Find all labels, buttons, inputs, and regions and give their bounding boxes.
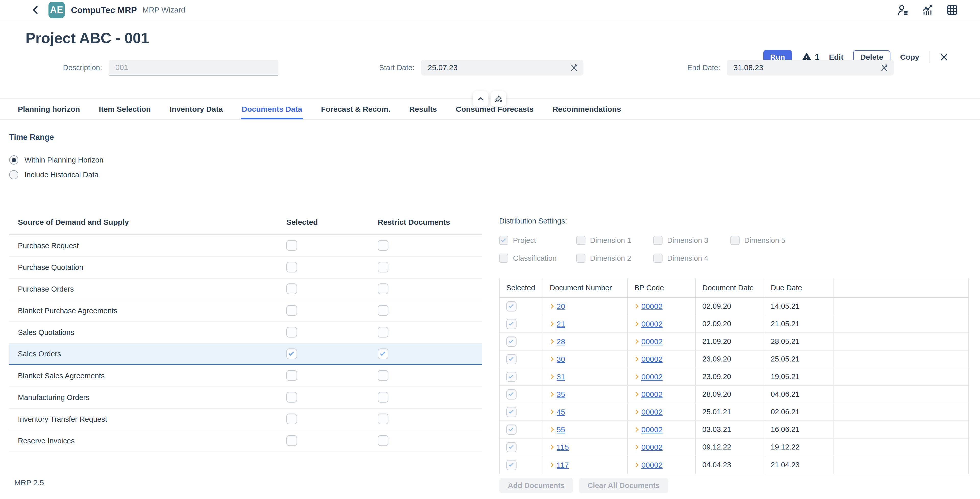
- selected-checkbox[interactable]: [506, 424, 517, 435]
- source-row-sales-quotations[interactable]: Sales Quotations: [9, 322, 482, 344]
- restrict-documents-checkbox[interactable]: [378, 327, 388, 337]
- start-date-input[interactable]: [421, 63, 569, 72]
- tab-forecast-recom[interactable]: Forecast & Recom.: [321, 99, 390, 119]
- distribution-option-project[interactable]: Project: [499, 236, 576, 245]
- selected-checkbox[interactable]: [506, 407, 517, 417]
- tab-planning-horizon[interactable]: Planning horizon: [18, 99, 80, 119]
- source-row-purchase-request[interactable]: Purchase Request: [9, 235, 482, 257]
- document-number-link[interactable]: 20: [557, 302, 565, 311]
- checkbox[interactable]: [653, 236, 662, 245]
- tab-inventory-data[interactable]: Inventory Data: [170, 99, 223, 119]
- selected-checkbox[interactable]: [506, 301, 517, 311]
- distribution-option-dimension-2[interactable]: Dimension 2: [576, 254, 653, 263]
- source-row-blanket-sales-agreements[interactable]: Blanket Sales Agreements: [9, 366, 482, 387]
- bp-code-link[interactable]: 00002: [641, 425, 662, 434]
- end-date-input[interactable]: [727, 63, 880, 72]
- selected-checkbox[interactable]: [286, 413, 297, 424]
- selected-checkbox[interactable]: [506, 389, 517, 399]
- document-row[interactable]: 1150000209.12.2219.12.22: [500, 439, 968, 456]
- distribution-option-dimension-1[interactable]: Dimension 1: [576, 236, 653, 245]
- document-row[interactable]: 1170000204.04.2321.04.23: [500, 456, 968, 474]
- checkbox[interactable]: [730, 236, 740, 245]
- selected-checkbox[interactable]: [286, 370, 297, 381]
- bp-code-link[interactable]: 00002: [641, 372, 662, 381]
- description-input[interactable]: [109, 63, 278, 72]
- document-row[interactable]: 280000221.09.2028.05.21: [500, 333, 968, 351]
- document-row[interactable]: 200000202.09.2014.05.21: [500, 298, 968, 315]
- bp-code-link[interactable]: 00002: [641, 390, 662, 399]
- document-number-link[interactable]: 115: [557, 443, 569, 451]
- date-picker-icon[interactable]: [880, 62, 890, 73]
- radio-option-within-planning-horizon[interactable]: Within Planning Horizon: [9, 153, 980, 167]
- clear-all-documents-button[interactable]: Clear All Documents: [579, 478, 668, 493]
- selected-checkbox[interactable]: [506, 442, 517, 452]
- grid-icon[interactable]: [946, 4, 958, 16]
- bp-code-link[interactable]: 00002: [641, 443, 662, 451]
- selected-checkbox[interactable]: [506, 460, 517, 470]
- collapse-header-icon[interactable]: [473, 91, 488, 107]
- checkbox[interactable]: [576, 254, 585, 263]
- document-row[interactable]: 310000223.09.2019.05.21: [500, 368, 968, 386]
- restrict-documents-checkbox[interactable]: [378, 370, 388, 381]
- bp-code-link[interactable]: 00002: [641, 302, 662, 311]
- bp-code-link[interactable]: 00002: [641, 408, 662, 416]
- selected-checkbox[interactable]: [286, 262, 297, 272]
- radio-option-include-historical-data[interactable]: Include Historical Data: [9, 167, 980, 182]
- restrict-documents-checkbox[interactable]: [378, 240, 388, 251]
- document-row[interactable]: 450000225.01.2102.06.21: [500, 403, 968, 421]
- distribution-option-dimension-5[interactable]: Dimension 5: [730, 236, 808, 245]
- source-row-blanket-purchase-agreements[interactable]: Blanket Purchase Agreements: [9, 300, 482, 322]
- document-row[interactable]: 300000223.09.2025.05.21: [500, 351, 968, 368]
- distribution-option-dimension-3[interactable]: Dimension 3: [653, 236, 730, 245]
- user-details-icon[interactable]: [897, 4, 909, 16]
- restrict-documents-checkbox[interactable]: [378, 283, 388, 294]
- unpin-header-icon[interactable]: [490, 91, 506, 107]
- restrict-documents-checkbox[interactable]: [378, 435, 388, 446]
- checkbox[interactable]: [576, 236, 585, 245]
- source-row-purchase-quotation[interactable]: Purchase Quotation: [9, 257, 482, 278]
- restrict-documents-checkbox[interactable]: [378, 413, 388, 424]
- tab-item-selection[interactable]: Item Selection: [99, 99, 151, 119]
- checkbox[interactable]: [499, 254, 508, 263]
- selected-checkbox[interactable]: [286, 305, 297, 316]
- document-row[interactable]: 210000202.09.2021.05.21: [500, 315, 968, 333]
- selected-checkbox[interactable]: [506, 337, 517, 347]
- bp-code-link[interactable]: 00002: [641, 461, 662, 469]
- restrict-documents-checkbox[interactable]: [378, 305, 388, 316]
- selected-checkbox[interactable]: [286, 392, 297, 402]
- restrict-documents-checkbox[interactable]: [378, 262, 388, 272]
- tab-recommendations[interactable]: Recommendations: [552, 99, 621, 119]
- document-number-link[interactable]: 45: [557, 408, 565, 416]
- document-number-link[interactable]: 35: [557, 390, 565, 399]
- checkbox[interactable]: [499, 236, 508, 245]
- date-picker-icon[interactable]: [569, 62, 579, 73]
- bp-code-link[interactable]: 00002: [641, 355, 662, 364]
- selected-checkbox[interactable]: [286, 348, 297, 359]
- distribution-option-dimension-4[interactable]: Dimension 4: [653, 254, 730, 263]
- source-row-reserve-invoices[interactable]: Reserve Invoices: [9, 431, 482, 452]
- selected-checkbox[interactable]: [506, 372, 517, 382]
- tab-documents-data[interactable]: Documents Data: [242, 99, 302, 119]
- selected-checkbox[interactable]: [286, 327, 297, 337]
- source-row-inventory-transfer-request[interactable]: Inventory Transfer Request: [9, 409, 482, 431]
- add-documents-button[interactable]: Add Documents: [499, 478, 573, 493]
- document-row[interactable]: 550000203.03.2116.06.21: [500, 421, 968, 439]
- restrict-documents-checkbox[interactable]: [378, 348, 388, 359]
- source-row-sales-orders[interactable]: Sales Orders: [9, 344, 482, 366]
- bp-code-link[interactable]: 00002: [641, 337, 662, 346]
- checkbox[interactable]: [653, 254, 662, 263]
- radio-icon[interactable]: [9, 155, 18, 165]
- selected-checkbox[interactable]: [286, 435, 297, 446]
- selected-checkbox[interactable]: [286, 240, 297, 251]
- document-row[interactable]: 350000228.09.2004.06.21: [500, 386, 968, 403]
- bp-code-link[interactable]: 00002: [641, 319, 662, 328]
- source-row-purchase-orders[interactable]: Purchase Orders: [9, 278, 482, 300]
- selected-checkbox[interactable]: [286, 283, 297, 294]
- restrict-documents-checkbox[interactable]: [378, 392, 388, 402]
- selected-checkbox[interactable]: [506, 319, 517, 329]
- document-number-link[interactable]: 28: [557, 337, 565, 346]
- document-number-link[interactable]: 31: [557, 372, 565, 381]
- analytics-icon[interactable]: [922, 4, 934, 16]
- selected-checkbox[interactable]: [506, 354, 517, 364]
- document-number-link[interactable]: 21: [557, 319, 565, 328]
